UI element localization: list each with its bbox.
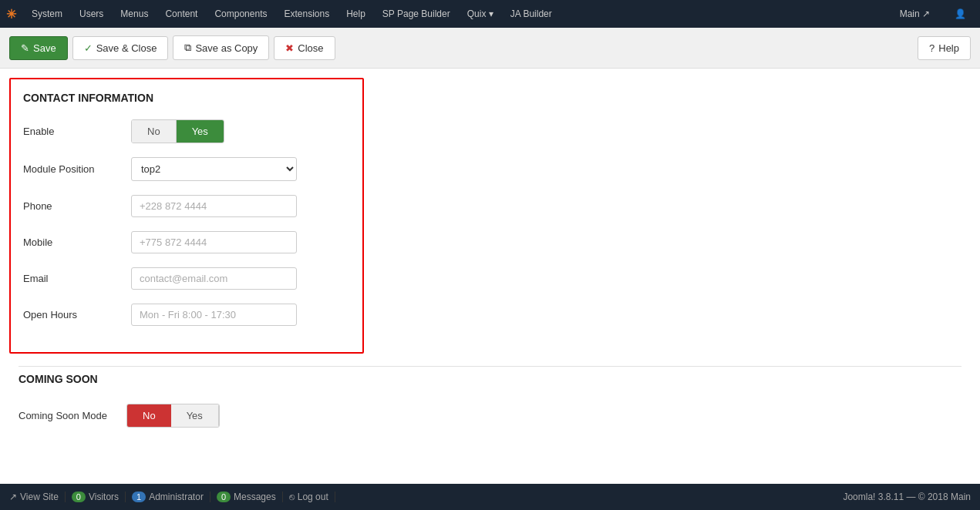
mobile-row: Mobile [23, 231, 350, 253]
top-navigation: ✳ System Users Menus Content Components … [0, 0, 980, 28]
nav-sp-page-builder[interactable]: SP Page Builder [375, 4, 458, 24]
nav-content[interactable]: Content [157, 4, 205, 24]
mobile-control [131, 231, 350, 253]
enable-toggle: No Yes [131, 119, 350, 143]
phone-control [131, 195, 350, 217]
coming-soon-mode-row: Coming Soon Mode No Yes [19, 404, 961, 428]
nav-main[interactable]: Main ↗ [892, 4, 938, 24]
open-hours-row: Open Hours [23, 304, 350, 326]
phone-row: Phone [23, 195, 350, 217]
coming-soon-mode-toggle-group[interactable]: No Yes [126, 404, 220, 428]
module-position-row: Module Position top2 [23, 157, 350, 181]
phone-input[interactable] [131, 195, 297, 217]
main-content: CONTACT INFORMATION Enable No Yes Module… [0, 69, 980, 486]
enable-no-button[interactable]: No [132, 120, 177, 143]
module-position-control: top2 [131, 157, 350, 181]
nav-user-icon[interactable]: 👤 [947, 4, 974, 24]
nav-users[interactable]: Users [72, 4, 111, 24]
help-button[interactable]: ? Help [918, 36, 971, 60]
enable-toggle-group[interactable]: No Yes [131, 119, 224, 143]
coming-soon-yes-button[interactable]: Yes [171, 404, 219, 427]
coming-soon-title: COMING SOON [19, 366, 961, 391]
joomla-brand-icon: ✳ [6, 7, 16, 22]
module-position-select[interactable]: top2 [131, 157, 297, 181]
phone-label: Phone [23, 200, 131, 212]
save-copy-label: Save as Copy [195, 42, 258, 54]
nav-ja-builder[interactable]: JA Builder [503, 4, 560, 24]
close-button[interactable]: ✖ Close [274, 36, 335, 60]
close-label: Close [298, 42, 323, 54]
mobile-label: Mobile [23, 237, 131, 248]
close-icon: ✖ [285, 42, 294, 54]
enable-row: Enable No Yes [23, 119, 350, 143]
mobile-input[interactable] [131, 231, 297, 253]
toolbar: ✎ Save ✓ Save & Close ⧉ Save as Copy ✖ C… [0, 28, 980, 69]
save-button[interactable]: ✎ Save [9, 36, 68, 60]
email-control [131, 267, 350, 290]
email-row: Email [23, 267, 350, 290]
save-copy-button[interactable]: ⧉ Save as Copy [173, 35, 269, 60]
coming-soon-mode-control: No Yes [126, 404, 961, 428]
coming-soon-mode-label: Coming Soon Mode [19, 410, 126, 421]
contact-section-title: CONTACT INFORMATION [23, 92, 350, 104]
save-label: Save [33, 42, 56, 54]
open-hours-input[interactable] [131, 304, 297, 326]
open-hours-label: Open Hours [23, 309, 131, 320]
email-label: Email [23, 273, 131, 284]
save-close-label: Save & Close [96, 42, 157, 54]
check-icon: ✓ [84, 42, 93, 54]
email-input[interactable] [131, 267, 297, 290]
contact-information-section: CONTACT INFORMATION Enable No Yes Module… [9, 78, 364, 354]
enable-label: Enable [23, 126, 131, 137]
save-icon: ✎ [21, 42, 29, 54]
bottom-bar: ↗ View Site 0 Visitors 1 Administrator 0… [0, 484, 980, 486]
coming-soon-no-button[interactable]: No [127, 404, 171, 427]
help-label: Help [938, 42, 959, 54]
open-hours-control [131, 304, 350, 326]
nav-help[interactable]: Help [338, 4, 373, 24]
nav-system[interactable]: System [24, 4, 70, 24]
enable-yes-button[interactable]: Yes [177, 120, 224, 143]
nav-extensions[interactable]: Extensions [276, 4, 337, 24]
nav-menus[interactable]: Menus [113, 4, 156, 24]
nav-components[interactable]: Components [207, 4, 274, 24]
help-icon: ? [929, 42, 935, 54]
save-close-button[interactable]: ✓ Save & Close [72, 36, 169, 60]
copy-icon: ⧉ [184, 42, 191, 54]
coming-soon-section: COMING SOON Coming Soon Mode No Yes [9, 366, 971, 428]
nav-quix[interactable]: Quix ▾ [460, 4, 501, 24]
module-position-label: Module Position [23, 163, 131, 175]
